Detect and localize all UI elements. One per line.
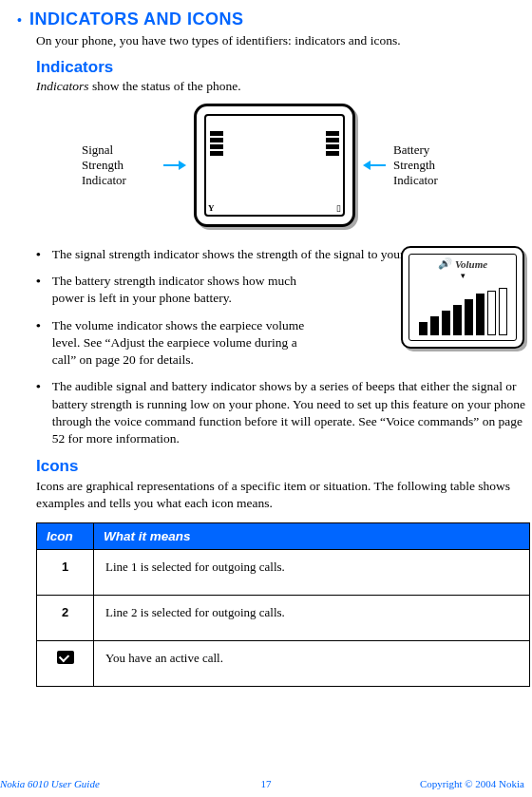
section-bullet: •: [17, 13, 22, 28]
bullet-text: The battery strength indicator shows how…: [52, 273, 318, 307]
footer-copyright: Copyright © 2004 Nokia: [420, 778, 524, 789]
indicators-figure: Signal Strength Indicator Y ▯ Battery St…: [17, 104, 532, 227]
icon-meaning: Line 2 is selected for outgoing calls.: [94, 595, 530, 640]
page-number: 17: [261, 778, 272, 789]
signal-bars-icon: [210, 122, 223, 156]
table-header-icon: Icon: [37, 522, 94, 549]
speaker-icon: 🔊: [438, 257, 451, 270]
volume-illustration: 🔊 Volume ▾: [401, 246, 524, 349]
bullet-text: The volume indicator shows the earpiece …: [52, 317, 318, 370]
section-title: INDICATORS AND ICONS: [29, 9, 244, 29]
table-row: You have an active call.: [37, 640, 530, 686]
antenna-icon: Y: [208, 203, 215, 213]
battery-bars-icon: [326, 122, 339, 156]
table-header-meaning: What it means: [94, 522, 530, 549]
bullet-text: The audible signal and battery indicator…: [52, 378, 532, 447]
indicators-heading: Indicators: [36, 58, 532, 77]
active-call-icon: [37, 640, 94, 686]
bullet-icon: •: [36, 317, 41, 370]
table-row: 2 Line 2 is selected for outgoing calls.: [37, 595, 530, 640]
indicators-subtext: Indicators show the status of the phone.: [36, 79, 532, 94]
table-row: 1 Line 1 is selected for outgoing calls.: [37, 549, 530, 595]
icons-description: Icons are graphical representations of a…: [36, 478, 532, 512]
arrow-left-icon: [363, 160, 386, 171]
bullet-icon: •: [36, 246, 41, 263]
section-intro: On your phone, you have two types of ide…: [36, 33, 532, 48]
phone-screen-illustration: Y ▯: [194, 104, 355, 227]
icons-table: Icon What it means 1 Line 1 is selected …: [36, 522, 530, 687]
battery-strength-label: Battery Strength Indicator: [393, 142, 467, 189]
line1-icon: 1: [37, 549, 94, 595]
list-item: • The audible signal and battery indicat…: [36, 378, 532, 447]
svg-marker-1: [179, 161, 186, 170]
arrow-right-icon: [163, 160, 186, 171]
page-footer: Nokia 6010 User Guide 17 Copyright © 200…: [0, 778, 532, 789]
footer-guide: Nokia 6010 User Guide: [0, 778, 100, 789]
icon-meaning: You have an active call.: [94, 640, 530, 686]
icon-meaning: Line 1 is selected for outgoing calls.: [94, 549, 530, 595]
line2-icon: 2: [37, 595, 94, 640]
volume-bars-icon: [409, 288, 516, 335]
bullet-icon: •: [36, 273, 41, 307]
battery-icon: ▯: [336, 203, 341, 213]
volume-label: Volume: [455, 258, 487, 270]
bullet-icon: •: [36, 378, 41, 447]
svg-marker-3: [363, 161, 370, 170]
indicators-subtext-italic: Indicators: [36, 79, 89, 93]
chevron-down-icon: ▾: [409, 271, 516, 280]
indicators-subtext-rest: show the status of the phone.: [89, 79, 241, 93]
icons-heading: Icons: [36, 457, 532, 476]
signal-strength-label: Signal Strength Indicator: [82, 142, 156, 189]
